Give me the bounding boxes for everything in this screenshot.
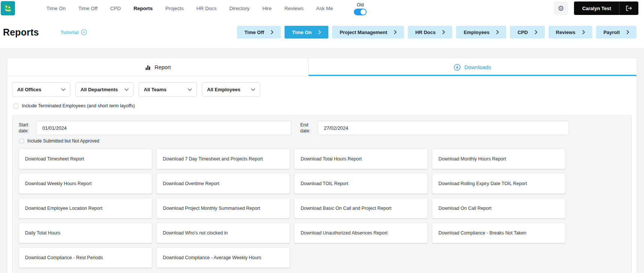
download-report-button[interactable]: Download Who's not clocked in	[157, 223, 290, 243]
old-toggle-label: Old	[357, 2, 364, 7]
category-label: Payroll	[604, 30, 620, 35]
tab-report-label: Report	[155, 64, 171, 70]
terminated-checkbox[interactable]	[13, 104, 18, 108]
page-body: Report Downloads All Offices All Departm…	[0, 48, 644, 273]
report-tabs: Report Downloads	[7, 58, 637, 76]
chevron-down-icon	[188, 88, 192, 91]
download-report-button[interactable]: Download On Call Report	[432, 198, 565, 218]
play-circle-icon	[81, 29, 87, 35]
nav-item[interactable]: Reviews	[284, 6, 303, 11]
download-report-button[interactable]: Download Rolling Expiry Date TOIL Report	[432, 174, 565, 194]
nav-item[interactable]: Ask Me	[316, 6, 333, 11]
category-button[interactable]: Time Off	[237, 26, 281, 39]
end-date-label: End date:	[300, 122, 317, 134]
download-report-button[interactable]: Download Basic On Call and Project Repor…	[294, 198, 428, 218]
category-label: Reviews	[556, 30, 575, 35]
teams-dropdown-value: All Teams	[144, 87, 166, 92]
tab-downloads-label: Downloads	[464, 64, 491, 70]
offices-dropdown[interactable]: All Offices	[12, 82, 70, 96]
category-button[interactable]: Reviews	[549, 26, 592, 39]
terminated-checkbox-row: Include Terminated Employees (and short …	[13, 103, 637, 108]
category-button[interactable]: HR Docs	[408, 26, 452, 39]
download-report-button[interactable]: Download 7 Day Timesheet and Projects Re…	[157, 149, 290, 169]
nav-item[interactable]: Projects	[165, 6, 184, 11]
category-button[interactable]: Payroll	[596, 26, 637, 39]
download-report-button[interactable]: Download Timesheet Report	[19, 149, 152, 169]
nav-item[interactable]: Time On	[46, 6, 66, 11]
reports-card: Report Downloads All Offices All Departm…	[7, 58, 637, 273]
chevron-right-icon	[394, 30, 397, 34]
chevron-right-icon	[442, 30, 445, 34]
category-label: CPD	[517, 30, 528, 35]
settings-button[interactable]: ⚙	[554, 1, 568, 15]
employees-dropdown[interactable]: All Employees	[202, 82, 260, 96]
chevron-right-icon	[496, 30, 499, 34]
old-version-toggle[interactable]	[354, 9, 367, 15]
download-report-button[interactable]: Download Employee Location Report	[19, 198, 152, 218]
logout-button[interactable]	[619, 1, 638, 15]
tab-report[interactable]: Report	[7, 58, 309, 76]
start-date-input[interactable]	[36, 121, 291, 135]
download-buttons-grid: Download Timesheet Report Download 7 Day…	[19, 149, 625, 268]
departments-dropdown[interactable]: All Departments	[75, 82, 134, 96]
nav-item[interactable]: CPD	[110, 6, 121, 11]
download-report-button[interactable]: Download TOIL Report	[294, 174, 428, 194]
tab-downloads[interactable]: Downloads	[309, 58, 637, 76]
old-version-toggle-group: Old	[354, 2, 367, 15]
logout-icon	[626, 5, 632, 11]
download-report-button[interactable]: Download Compliance - Breaks Not Taken	[432, 223, 565, 243]
category-label: HR Docs	[415, 30, 435, 35]
chevron-right-icon	[318, 30, 321, 34]
download-report-button[interactable]: Download Weekly Hours Report	[19, 174, 152, 194]
report-category-buttons: Time Off Time On Project Management	[237, 26, 637, 39]
filter-row: All Offices All Departments All Teams Al…	[7, 76, 637, 96]
chevron-right-icon	[271, 30, 273, 34]
employees-dropdown-value: All Employees	[207, 87, 240, 92]
page-header: Reports Tutorial Time Off Time On	[0, 16, 644, 48]
category-button[interactable]: Project Management	[332, 26, 404, 39]
category-label: Project Management	[340, 30, 387, 35]
download-circle-icon	[454, 64, 461, 71]
download-report-button[interactable]: Download Project Monthly Summarised Repo…	[157, 198, 290, 218]
submitted-checkbox[interactable]	[19, 139, 24, 143]
user-account-block: Caralyn Test	[574, 1, 638, 15]
download-report-button[interactable]: Daily Total Hours	[19, 223, 152, 243]
user-menu-button[interactable]: Caralyn Test	[574, 1, 619, 15]
nav-item[interactable]: Hire	[262, 6, 272, 11]
end-date-input[interactable]	[318, 121, 569, 135]
submitted-checkbox-label: Include Submitted but Not Approved	[27, 138, 99, 144]
category-label: Time Off	[244, 30, 264, 35]
nav-item[interactable]: HR Docs	[197, 6, 217, 11]
bar-chart-icon	[145, 64, 151, 70]
date-range-row: Start date: End date:	[19, 121, 625, 135]
nav-item[interactable]: Time Off	[78, 6, 97, 11]
chevron-right-icon	[582, 30, 585, 34]
gear-icon: ⚙	[558, 4, 564, 13]
download-report-button[interactable]: Download Compliance - Average Weekly Hou…	[157, 248, 290, 268]
download-report-button[interactable]: Download Total Hours Report	[294, 149, 428, 169]
departments-dropdown-value: All Departments	[80, 87, 118, 92]
terminated-checkbox-label: Include Terminated Employees (and short …	[22, 103, 135, 108]
tutorial-link[interactable]: Tutorial	[61, 29, 87, 35]
category-label: Time On	[292, 30, 312, 35]
chevron-down-icon	[61, 88, 66, 91]
submitted-checkbox-row: Include Submitted but Not Approved	[19, 138, 625, 144]
main-nav: Time On Time Off CPD Reports Projects HR…	[46, 6, 333, 11]
download-settings-panel: Start date: End date: Include Submitted …	[12, 115, 632, 273]
category-button[interactable]: CPD	[510, 26, 544, 39]
category-label: Employees	[464, 30, 489, 35]
teams-dropdown[interactable]: All Teams	[139, 82, 197, 96]
nav-item[interactable]: Directory	[230, 6, 250, 11]
download-report-button[interactable]: Download Overtime Report	[157, 174, 290, 194]
tutorial-label: Tutorial	[61, 30, 79, 35]
chevron-down-icon	[124, 88, 129, 91]
page-title: Reports	[3, 27, 39, 38]
download-report-button[interactable]: Download Compliance - Rest Periods	[19, 248, 152, 268]
offices-dropdown-value: All Offices	[17, 87, 41, 92]
nav-item[interactable]: Reports	[134, 6, 153, 11]
download-report-button[interactable]: Download Unauthorized Absences Report	[294, 223, 428, 243]
category-button[interactable]: Employees	[456, 26, 506, 39]
app-logo-icon[interactable]	[1, 1, 15, 15]
download-report-button[interactable]: Download Monthly Hours Report	[432, 149, 565, 169]
category-button[interactable]: Time On	[285, 26, 328, 39]
